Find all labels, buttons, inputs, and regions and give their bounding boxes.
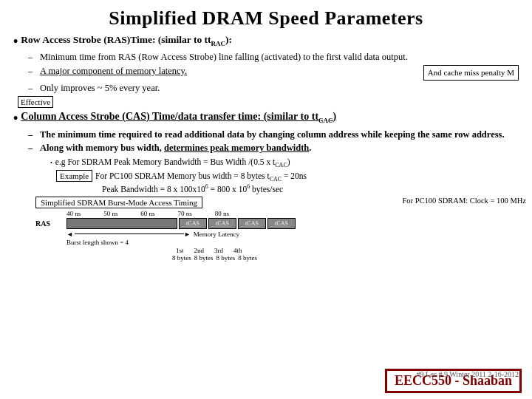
rac-sub: RAC	[211, 40, 226, 47]
sdram-diagram: Simplified SDRAM Burst-Mode Access Timin…	[35, 197, 519, 262]
section2-bullet-2: Along with memory bus width, determines …	[40, 142, 519, 154]
example-label: Example	[56, 170, 92, 182]
bullet-item-1: Minimum time from RAS (Row Access Strobe…	[40, 51, 519, 64]
annotation-box: And cache miss penalty M	[423, 65, 519, 81]
example-block: • e.g For SDRAM Peak Memory Bandwidth = …	[50, 157, 519, 193]
ras-boxes: tCAS tCAS tCAS tCAS	[66, 218, 296, 229]
section2-bullets: The minimum time required to read additi…	[13, 129, 519, 155]
bytes-labels-row: 8 bytes 8 bytes 8 bytes 8 bytes	[172, 254, 519, 262]
bullet2: •	[13, 111, 18, 126]
ras-label: RAS	[35, 219, 66, 228]
bullet-item-3: Only improves ~ 5% every year.	[40, 82, 519, 95]
memory-latency-row: ◄ ► Memory Latency	[66, 231, 519, 238]
nth-labels-row: 1st 2nd 3rd 4th	[176, 247, 519, 254]
diagram-title: Simplified SDRAM Burst-Mode Access Timin…	[35, 197, 202, 208]
ras-row: RAS tCAS tCAS tCAS tCAS	[35, 218, 519, 229]
effective-label: Effective	[18, 96, 53, 108]
timing-ns-row: 40 ns 50 ns 60 ns 70 ns 80 ns	[66, 210, 229, 217]
bullet-item-2: A major component of memory latency. And…	[40, 65, 519, 81]
section1-header: Row Access Strobe (RAS)Time: (similar to…	[21, 34, 232, 47]
page-number: #9 Lec # 9 Winter 2011 2-16-2012	[417, 370, 519, 378]
page-title: Simplified DRAM Speed Parameters	[13, 7, 519, 30]
section2-header: Column Access Strobe (CAS) Time/data tra…	[21, 111, 336, 124]
bullet1: •	[13, 34, 18, 50]
for-pc100-label: For PC100 SDRAM: Clock = 100 MHz	[402, 197, 526, 205]
burst-label: Burst length shown = 4	[66, 239, 519, 246]
page: Simplified DRAM Speed Parameters • Row A…	[0, 0, 532, 399]
section2-bullet-1: The minimum time required to read additi…	[40, 129, 519, 141]
section1-bullets: Minimum time from RAS (Row Access Strobe…	[13, 51, 519, 95]
